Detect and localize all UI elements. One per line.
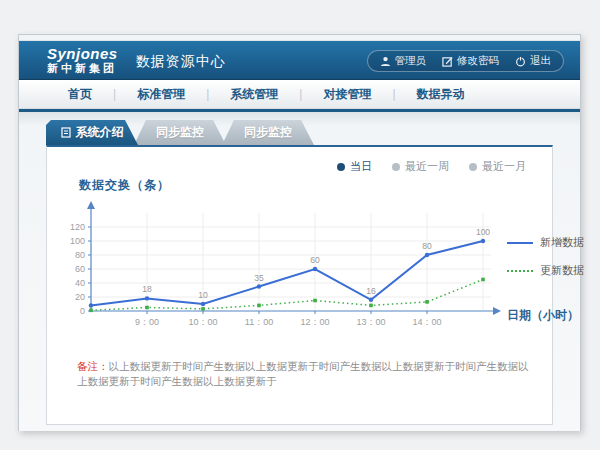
footnote: 备注：以上数据更新于时间产生数据以上数据更新于时间产生数据以上数据更新于时间产生…	[77, 359, 536, 388]
legend-item-update-data[interactable]: 更新数据	[507, 263, 600, 278]
data-point-update-data	[481, 278, 485, 282]
data-point-new-data	[369, 298, 373, 302]
footnote-label: 备注：	[77, 360, 109, 372]
period-option-label: 最近一周	[405, 159, 449, 174]
header: Synjones 新中新集团 数据资源中心 管理员 修改密码	[19, 41, 580, 80]
data-point-label: 80	[422, 241, 432, 251]
y-axis-title: 数据交换（条）	[79, 177, 170, 194]
data-point-update-data	[313, 299, 317, 303]
data-point-update-data	[257, 304, 261, 308]
data-point-label: 100	[476, 227, 490, 237]
tab-label: 同步监控	[156, 124, 204, 141]
data-point-new-data	[481, 239, 485, 243]
nav-item-system-mgmt[interactable]: 系统管理	[209, 86, 299, 103]
y-tick-label: 0	[80, 306, 85, 316]
period-option-today[interactable]: 当日	[337, 159, 372, 174]
document-icon	[61, 127, 71, 138]
data-point-update-data	[145, 306, 149, 310]
data-point-new-data	[425, 253, 429, 257]
change-password-button[interactable]: 修改密码	[442, 54, 499, 68]
logo: Synjones 新中新集团	[47, 46, 118, 74]
data-point-update-data	[201, 307, 205, 311]
data-point-label: 10	[198, 290, 208, 300]
edit-icon	[442, 56, 453, 67]
data-point-new-data	[145, 296, 149, 300]
legend-solid-line-icon	[507, 242, 533, 244]
data-point-label: 16	[366, 286, 376, 296]
period-option-last-month[interactable]: 最近一月	[469, 159, 526, 174]
x-tick-label: 11：00	[245, 317, 273, 327]
data-point-label: 18	[142, 284, 152, 294]
legend-item-new-data[interactable]: 新增数据	[507, 235, 600, 250]
y-axis-arrow-icon	[87, 201, 95, 209]
current-user[interactable]: 管理员	[380, 54, 427, 68]
chart-area: 0204060801001209：0010：0011：0012：0013：001…	[55, 199, 600, 349]
logout-label: 退出	[530, 54, 551, 68]
x-axis-arrow-icon	[493, 307, 501, 315]
x-tick-label: 13：00	[356, 317, 385, 327]
x-tick-label: 14：00	[412, 317, 441, 327]
nav-item-standard-mgmt[interactable]: 标准管理	[116, 86, 206, 103]
data-point-update-data	[369, 304, 373, 308]
user-bar: 管理员 修改密码 退出	[367, 50, 565, 72]
data-point-new-data	[89, 303, 93, 307]
period-selector: 当日最近一周最近一月	[337, 159, 526, 174]
tab-system-intro[interactable]: 系统介绍	[46, 120, 138, 145]
logo-company-name: 新中新集团	[47, 63, 118, 74]
y-tick-label: 20	[75, 292, 85, 302]
legend-label: 更新数据	[540, 263, 584, 278]
tab-bar: 系统介绍同步监控同步监控	[46, 120, 553, 145]
period-option-label: 当日	[350, 159, 372, 174]
x-tick-label: 9：00	[135, 317, 159, 327]
tab-sync-monitor-1[interactable]: 同步监控	[134, 120, 226, 145]
tab-sync-monitor-2[interactable]: 同步监控	[222, 120, 314, 145]
tab-label: 系统介绍	[76, 124, 124, 141]
line-chart: 0204060801001209：0010：0011：0012：0013：001…	[55, 199, 507, 349]
app-window: Synjones 新中新集团 数据资源中心 管理员 修改密码	[18, 34, 581, 431]
tab-label: 同步监控	[244, 124, 292, 141]
nav-item-data-change[interactable]: 数据异动	[396, 86, 486, 103]
logo-wordmark: Synjones	[47, 46, 118, 61]
chart-legend: 新增数据更新数据日期（小时）	[507, 199, 600, 349]
data-point-update-data	[89, 309, 93, 313]
nav-item-home[interactable]: 首页	[47, 86, 113, 103]
data-point-new-data	[257, 284, 261, 288]
period-option-last-week[interactable]: 最近一周	[392, 159, 449, 174]
change-password-label: 修改密码	[457, 54, 499, 68]
radio-dot-icon	[469, 163, 477, 171]
legend-dotted-line-icon	[507, 270, 533, 272]
logout-button[interactable]: 退出	[515, 54, 551, 68]
data-point-new-data	[313, 267, 317, 271]
period-option-label: 最近一月	[482, 159, 526, 174]
y-tick-label: 120	[70, 222, 85, 232]
x-tick-label: 12：00	[300, 317, 329, 327]
x-tick-label: 10：00	[188, 317, 217, 327]
nav-item-integration-mgmt[interactable]: 对接管理	[302, 86, 392, 103]
current-user-label: 管理员	[395, 54, 427, 68]
x-axis-title: 日期（小时）	[507, 307, 579, 324]
footnote-text: 以上数据更新于时间产生数据以上数据更新于时间产生数据以上数据更新于时间产生数据以…	[77, 360, 529, 387]
data-point-update-data	[425, 300, 429, 304]
chart-panel: 当日最近一周最近一月 数据交换（条） 0204060801001209：0010…	[46, 145, 553, 425]
navbar: 首页|标准管理|系统管理|对接管理|数据异动	[19, 80, 580, 109]
radio-dot-icon	[392, 163, 400, 171]
data-point-label: 35	[254, 273, 264, 283]
y-tick-label: 60	[75, 264, 85, 274]
y-tick-label: 100	[70, 236, 85, 246]
radio-dot-icon	[337, 163, 345, 171]
legend-label: 新增数据	[540, 235, 584, 250]
power-icon	[515, 56, 526, 67]
y-tick-label: 40	[75, 278, 85, 288]
user-icon	[380, 56, 391, 67]
page-title: 数据资源中心	[136, 53, 226, 71]
main-content: 系统介绍同步监控同步监控 当日最近一周最近一月 数据交换（条） 02040608…	[19, 112, 580, 431]
data-point-label: 60	[310, 255, 320, 265]
y-tick-label: 80	[75, 250, 85, 260]
data-point-new-data	[201, 302, 205, 306]
